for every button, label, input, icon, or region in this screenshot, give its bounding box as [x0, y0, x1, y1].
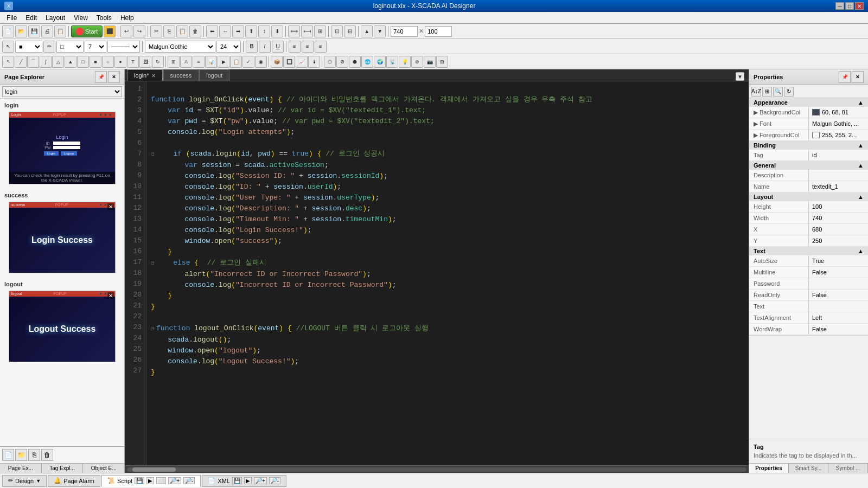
menu-file[interactable]: File	[2, 13, 21, 23]
xml-btn4[interactable]: 🔎-	[269, 477, 280, 484]
script-btn5[interactable]: 🔎-	[183, 477, 195, 484]
login-page-thumb[interactable]: Login POPUP ◾◾◾ Login ID PW	[9, 112, 116, 184]
appearance-section-header[interactable]: Appearance ▲	[749, 98, 868, 107]
ungroup-button[interactable]: ⊟	[344, 25, 356, 37]
fillellipse-tool[interactable]: ●	[114, 56, 126, 68]
general-section-header[interactable]: General ▲	[749, 161, 868, 170]
description-value[interactable]	[809, 174, 868, 176]
text-tool[interactable]: T	[127, 56, 139, 68]
tab-login-close[interactable]: ✕	[151, 73, 156, 79]
component-btn10[interactable]: 🔲	[283, 56, 295, 68]
pe-folder-button[interactable]: 📁	[15, 449, 27, 461]
xml-tab[interactable]: 📄 XML 💾 ▶ 🔎+ 🔎-	[202, 475, 286, 487]
stop-button[interactable]: ⬛	[104, 25, 116, 37]
back-button[interactable]: ▼	[374, 25, 386, 37]
same-width-button[interactable]: ⟺	[288, 25, 300, 37]
symbol-tab[interactable]: Symbol ...	[828, 464, 868, 473]
hscroll-thumb[interactable]	[132, 467, 176, 472]
script-btn1[interactable]: 💾	[135, 477, 144, 484]
page-dropdown[interactable]: login	[2, 86, 122, 97]
align-right-button[interactable]: ➡	[232, 25, 244, 37]
logout-page-thumb[interactable]: logout POPUP ◾◾◾ Logout Success ✕	[9, 291, 116, 362]
front-button[interactable]: ▲	[361, 25, 373, 37]
rotate-tool[interactable]: ↻	[152, 56, 164, 68]
hscroll-track[interactable]	[127, 467, 746, 472]
component-btn8[interactable]: ◉	[255, 56, 267, 68]
pe-add-button[interactable]: 📄	[2, 449, 14, 461]
script-btn2[interactable]: ▶	[146, 477, 154, 484]
height-input[interactable]	[425, 26, 452, 37]
line-tool[interactable]: ╱	[15, 56, 27, 68]
font-family-select[interactable]: Malgun Gothic	[145, 41, 215, 53]
width-input[interactable]	[391, 26, 418, 37]
script-btn3[interactable]: ⬜	[156, 477, 166, 484]
polygon-tool[interactable]: △	[52, 56, 64, 68]
pen-width-select[interactable]: 7	[85, 41, 106, 53]
fillrect-tool[interactable]: ■	[90, 56, 101, 68]
properties-tab[interactable]: Properties	[749, 464, 789, 473]
text-align-center[interactable]: ≡	[302, 41, 314, 53]
fg-color-value[interactable]: 255, 255, 2...	[809, 131, 868, 139]
delete-button[interactable]: 🗑	[189, 25, 201, 37]
new-button[interactable]: 📄	[2, 25, 14, 37]
xml-btn3[interactable]: 🔎+	[254, 477, 267, 484]
script-tab[interactable]: 📜 Script 💾 ▶ ⬜ 🔎+ 🔎-	[101, 475, 201, 487]
text-align-right[interactable]: ≡	[315, 41, 327, 53]
code-scroller[interactable]: 1 2 3 4 5 6 7 8 9 10 11 12 13 14 15 16 1	[125, 81, 749, 465]
component-btn7[interactable]: ✓	[242, 56, 254, 68]
same-size-button[interactable]: ⊞	[314, 25, 326, 37]
props-refresh-button[interactable]: ↻	[784, 87, 794, 97]
color-select[interactable]: ■	[15, 41, 42, 53]
logout-thumb-close[interactable]: ✕	[107, 292, 114, 299]
y-value[interactable]: 250	[809, 236, 868, 245]
binding-section-header[interactable]: Binding ▲	[749, 141, 868, 150]
props-sort-az-button[interactable]: A↕Z	[751, 87, 761, 97]
props-close-button[interactable]: ✕	[852, 71, 864, 83]
font-size-select[interactable]: 24	[216, 41, 241, 53]
shape-btn2[interactable]: ⚙	[336, 56, 348, 68]
arc-tool[interactable]: ⌒	[27, 56, 39, 68]
component-btn5[interactable]: ▶	[218, 56, 229, 68]
group-button[interactable]: ⊡	[331, 25, 343, 37]
success-page-thumb[interactable]: success POPUP ◾◾◾ Login Success ✕	[9, 202, 116, 273]
tab-login[interactable]: login* ✕	[127, 69, 163, 81]
menu-edit[interactable]: Edit	[21, 13, 41, 23]
pe-copy-button[interactable]: ⎘	[28, 449, 40, 461]
redo-button[interactable]: ↪	[133, 25, 145, 37]
props-search-button[interactable]: 🔍	[773, 87, 783, 97]
text-section-header[interactable]: Text ▲	[749, 247, 868, 255]
component-btn6[interactable]: 📋	[230, 56, 242, 68]
wordwrap-value[interactable]: False	[809, 325, 868, 333]
autosize-value[interactable]: True	[809, 256, 868, 265]
width-value[interactable]: 740	[809, 214, 868, 222]
bold-button[interactable]: B	[246, 41, 258, 53]
script-btn4[interactable]: 🔎+	[168, 477, 181, 484]
component-btn3[interactable]: ≡	[193, 56, 205, 68]
tag-explorer-tab[interactable]: Tag Expl...	[42, 464, 84, 473]
ellipse-tool[interactable]: ○	[102, 56, 114, 68]
print-button[interactable]: 🖨	[41, 25, 53, 37]
component-btn12[interactable]: 🌡	[308, 56, 320, 68]
pen-color-select[interactable]: □	[56, 41, 84, 53]
page-explorer-tab[interactable]: Page Ex...	[0, 464, 42, 473]
pen-tool[interactable]: ✏	[43, 41, 55, 53]
layout-section-header[interactable]: Layout ▲	[749, 192, 868, 201]
pointer-tool[interactable]: ↖	[2, 41, 14, 53]
code-horizontal-scrollbar[interactable]	[125, 465, 749, 473]
align-top-button[interactable]: ⬆	[245, 25, 257, 37]
component-btn4[interactable]: 📊	[205, 56, 217, 68]
menu-layout[interactable]: Layout	[41, 13, 69, 23]
code-text[interactable]: function login_OnClick(event) { // 아이디와 …	[146, 81, 749, 465]
copy-button[interactable]: ⎘	[163, 25, 175, 37]
design-tab[interactable]: ✏ Design ▼	[2, 475, 47, 487]
props-sort-category-button[interactable]: ⊞	[762, 87, 772, 97]
component-btn2[interactable]: A	[180, 56, 192, 68]
undo-button[interactable]: ↩	[120, 25, 132, 37]
text-align-left[interactable]: ≡	[289, 41, 301, 53]
triangle-tool[interactable]: ▲	[65, 56, 76, 68]
xml-btn1[interactable]: 💾	[232, 477, 242, 484]
select-tool[interactable]: ↖	[2, 56, 14, 68]
pen-style-select[interactable]: ─────	[107, 41, 140, 53]
shape-btn7[interactable]: 💡	[399, 56, 411, 68]
component-btn1[interactable]: ⊞	[168, 56, 180, 68]
